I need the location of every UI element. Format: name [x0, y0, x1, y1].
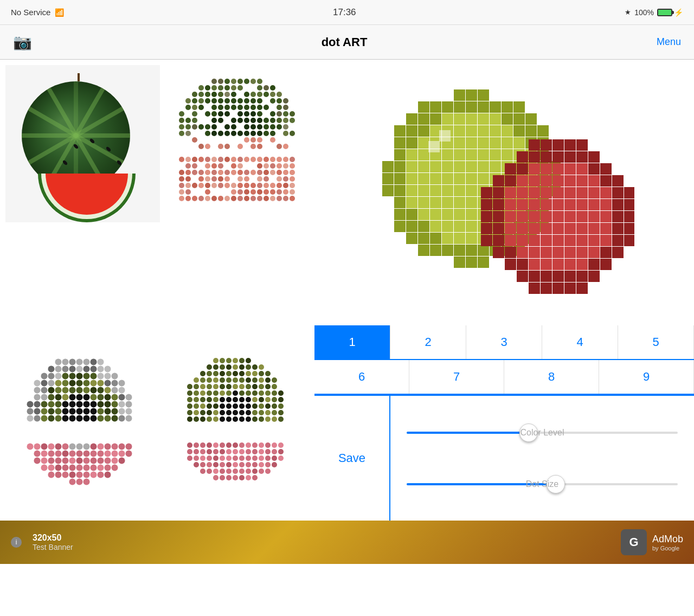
number-tabs-row2: 6 7 8 9 — [314, 360, 694, 395]
ad-size-text: 320x50 Test Banner — [33, 533, 73, 551]
number-tabs-row1: 1 2 3 4 5 — [314, 325, 694, 360]
battery-percent: 100% — [634, 8, 654, 17]
color-level-thumb[interactable] — [519, 424, 538, 442]
tab-5[interactable]: 5 — [618, 325, 694, 359]
controls-panel: 1 2 3 4 5 6 7 8 9 Save — [314, 325, 694, 521]
ad-size-label: 320x50 — [33, 533, 73, 543]
color-level-track[interactable] — [407, 432, 678, 434]
carrier-label: No Service — [11, 8, 50, 17]
status-right: ★ 100% ⚡ — [625, 8, 683, 17]
dotted-watermelon-2 — [167, 344, 303, 502]
tab-1[interactable]: 1 — [314, 325, 390, 359]
nav-bar: 📷 dot ART Menu — [0, 25, 694, 60]
app-title: dot ART — [322, 35, 368, 49]
dot-size-row: Dot Size — [407, 483, 678, 485]
camera-icon[interactable]: 📷 — [13, 33, 32, 51]
left-panel — [0, 60, 314, 325]
ad-banner: i 320x50 Test Banner G AdMob by Google — [0, 521, 694, 564]
color-level-fill — [407, 432, 529, 434]
wifi-icon: 📶 — [55, 8, 64, 17]
controls-row: Save Color Level — [314, 395, 694, 521]
dot-size-track[interactable] — [407, 483, 678, 485]
admob-text-block: AdMob by Google — [652, 534, 683, 551]
dot-art-watermelon — [165, 65, 309, 222]
dot-art-canvas — [165, 65, 309, 222]
tab-2[interactable]: 2 — [390, 325, 466, 359]
menu-button[interactable]: Menu — [657, 36, 681, 48]
tab-9[interactable]: 9 — [599, 360, 694, 394]
save-button[interactable]: Save — [338, 451, 365, 465]
dotted-watermelon-1 — [12, 344, 148, 502]
status-left: No Service 📶 — [11, 8, 64, 17]
dot-size-fill — [407, 483, 556, 485]
watermelon-photo — [5, 65, 160, 222]
ad-sub-text: Test Banner — [33, 543, 73, 551]
dotted-watermelon-canvas-2 — [167, 344, 303, 502]
charging-icon: ⚡ — [674, 8, 683, 17]
color-level-row: Color Level — [407, 432, 678, 434]
tab-3[interactable]: 3 — [466, 325, 542, 359]
tab-4[interactable]: 4 — [542, 325, 618, 359]
dot-size-thumb[interactable] — [547, 475, 565, 493]
admob-by-google: by Google — [652, 545, 683, 551]
battery-bar — [657, 9, 672, 16]
tab-6[interactable]: 6 — [314, 360, 409, 394]
right-panel — [314, 60, 694, 325]
bottom-section: 1 2 3 4 5 6 7 8 9 Save — [0, 325, 694, 521]
watermelon-photo-canvas — [5, 65, 160, 222]
ad-info-icon: i — [11, 537, 22, 548]
save-button-container: Save — [314, 396, 390, 521]
dotted-watermelon-canvas-1 — [12, 344, 148, 502]
sliders-panel: Color Level Dot Size — [390, 396, 694, 521]
admob-branding: G AdMob by Google — [621, 529, 683, 555]
main-content: 1 2 3 4 5 6 7 8 9 Save — [0, 60, 694, 616]
battery-fill — [658, 10, 671, 15]
bottom-left-images — [0, 325, 314, 521]
bluetooth-icon: ★ — [625, 8, 631, 16]
apples-canvas — [374, 76, 634, 309]
pixelated-apples — [374, 76, 634, 309]
time-label: 17:36 — [333, 7, 356, 18]
battery-indicator: ⚡ — [657, 8, 683, 17]
admob-logo: G — [621, 529, 647, 555]
admob-brand-name: AdMob — [652, 534, 683, 545]
tab-7[interactable]: 7 — [409, 360, 504, 394]
top-section — [0, 60, 694, 325]
status-bar: No Service 📶 17:36 ★ 100% ⚡ — [0, 0, 694, 25]
tab-8[interactable]: 8 — [504, 360, 599, 394]
